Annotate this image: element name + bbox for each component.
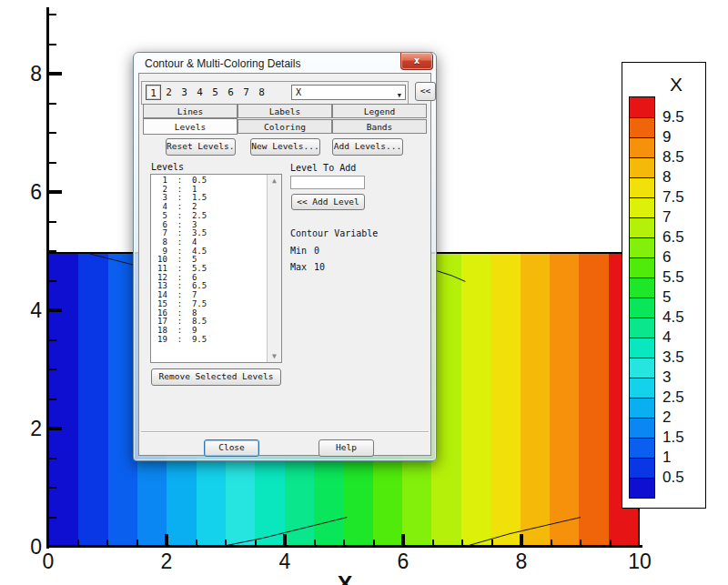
legend-color-cell [630, 137, 654, 157]
x-minor-tick [136, 540, 138, 547]
legend-label: 7.5 [662, 188, 703, 207]
dialog-separator [141, 431, 429, 433]
legend-label: 8.5 [662, 148, 703, 166]
contour-variable-label: Contour Variable [290, 228, 378, 238]
tab-labels[interactable]: Labels [238, 104, 332, 118]
zone-group-box: 12345678 X ▼ [141, 81, 409, 105]
scroll-down-icon[interactable]: ▼ [268, 352, 281, 360]
legend-label: 4 [662, 328, 703, 347]
zone-button-8[interactable]: 8 [254, 85, 269, 100]
legend-color-cell [630, 478, 654, 498]
zone-button-4[interactable]: 4 [192, 85, 207, 100]
legend-label: 5 [662, 288, 703, 307]
close-button[interactable]: Close [204, 439, 259, 457]
y-minor-tick [49, 103, 56, 105]
tab-legend[interactable]: Legend [332, 104, 427, 118]
legend-label: 3.5 [662, 348, 703, 367]
contour-details-dialog: Contour & Multi-Coloring Details x 12345… [133, 52, 437, 461]
y-tick-label: 4 [5, 298, 42, 323]
x-tick-label: 8 [501, 550, 541, 574]
y-minor-tick [49, 14, 56, 15]
max-value: 10 [314, 262, 325, 272]
level-to-add-input[interactable] [290, 176, 365, 189]
x-axis-title: X [331, 571, 359, 585]
contour-band [521, 254, 550, 547]
x-major-tick [520, 534, 523, 547]
y-major-tick [49, 190, 62, 194]
x-minor-tick [77, 540, 79, 547]
zone-button-1[interactable]: 1 [146, 85, 161, 100]
zone-button-3[interactable]: 3 [177, 85, 192, 100]
legend-color-cell [630, 197, 654, 217]
y-minor-tick [49, 162, 56, 164]
legend-color-cell [630, 438, 654, 458]
y-minor-tick [49, 250, 56, 252]
legend-color-cell [630, 298, 654, 318]
levels-listbox[interactable]: 1 : 0.5 2 : 1 3 : 1.5 4 : 2 5 : 2.5 6 : … [150, 174, 282, 363]
x-major-tick [401, 534, 405, 547]
x-minor-tick [373, 540, 375, 547]
x-minor-tick [491, 540, 493, 547]
x-minor-tick [461, 540, 463, 547]
x-minor-tick [314, 540, 316, 547]
legend-color-cell [630, 217, 654, 237]
legend-label: 9 [662, 128, 703, 146]
contour-variable-combobox[interactable]: X ▼ [291, 85, 406, 100]
x-minor-tick [432, 540, 434, 547]
contour-band [78, 254, 107, 547]
level-to-add-label: Level To Add [290, 163, 356, 173]
y-tick-label: 6 [5, 180, 42, 205]
zone-button-7[interactable]: 7 [238, 85, 254, 100]
x-major-tick [283, 534, 287, 547]
levels-list-label: Levels [151, 162, 184, 172]
dialog-titlebar[interactable]: Contour & Multi-Coloring Details x [134, 53, 436, 73]
y-axis-line [46, 7, 49, 549]
legend-color-cell [630, 157, 654, 177]
tab-bands[interactable]: Bands [332, 119, 427, 134]
tab-levels[interactable]: Levels [143, 118, 238, 135]
contour-legend: X 9.598.587.576.565.554.543.532.521.510.… [622, 62, 706, 509]
zone-button-2[interactable]: 2 [161, 85, 177, 100]
remove-selected-levels-button[interactable]: Remove Selected Levels [151, 368, 281, 386]
zone-button-6[interactable]: 6 [223, 85, 238, 100]
legend-label: 0.5 [662, 469, 703, 487]
y-minor-tick [49, 44, 56, 45]
help-button[interactable]: Help [318, 439, 374, 457]
collapse-dialog-button[interactable]: << [415, 82, 436, 101]
y-tick-label: 0 [5, 535, 42, 560]
x-tick-label: 4 [265, 550, 305, 574]
tab-coloring[interactable]: Coloring [238, 119, 332, 134]
legend-label: 8 [662, 168, 703, 187]
y-minor-tick [49, 280, 56, 282]
reset-levels-button[interactable]: Reset Levels... [166, 138, 236, 156]
app-canvas: 024681002468 X X 9.598.587.576.565.554.5… [0, 0, 728, 585]
dialog-title: Contour & Multi-Coloring Details [145, 57, 300, 70]
chevron-down-icon: ▼ [398, 89, 401, 103]
y-minor-tick [49, 221, 56, 223]
zone-button-row: 12345678 [146, 85, 269, 100]
legend-label: 1.5 [662, 429, 703, 447]
legend-color-cell [630, 277, 654, 298]
tab-lines[interactable]: Lines [143, 104, 238, 118]
y-tick-label: 2 [5, 417, 42, 441]
add-level-button[interactable]: << Add Level [291, 194, 365, 210]
y-minor-tick [49, 398, 56, 400]
x-minor-tick [196, 540, 197, 547]
y-minor-tick [49, 517, 56, 519]
scroll-up-icon[interactable]: ▲ [268, 177, 281, 185]
new-levels-button[interactable]: New Levels... [250, 138, 320, 156]
contour-band [550, 254, 579, 547]
zone-button-5[interactable]: 5 [207, 85, 223, 100]
levels-list-item[interactable]: 19 : 9.5 [151, 336, 267, 345]
x-minor-tick [610, 540, 612, 547]
legend-label: 9.5 [662, 108, 703, 126]
levels-list-scrollbar[interactable]: ▲ ▼ [267, 175, 281, 362]
close-window-button[interactable]: x [400, 53, 433, 70]
y-minor-tick [49, 487, 56, 489]
y-tick-label: 8 [5, 62, 42, 86]
x-tick-label: 2 [147, 550, 187, 574]
add-levels-button[interactable]: Add Levels... [332, 138, 403, 156]
legend-color-cell [630, 257, 654, 277]
contour-band [461, 254, 490, 547]
legend-label: 2 [662, 408, 703, 427]
